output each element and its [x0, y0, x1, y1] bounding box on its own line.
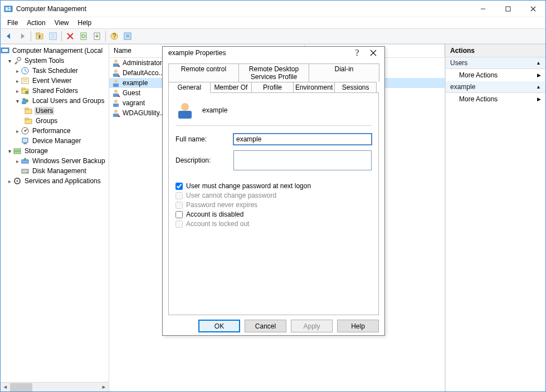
- svg-rect-29: [22, 78, 28, 84]
- scroll-left-button[interactable]: ◄: [1, 383, 10, 391]
- users-groups-icon: [21, 96, 30, 105]
- list-item-label[interactable]: DefaultAcco...: [123, 69, 164, 77]
- collapse-icon: ▲: [536, 60, 541, 66]
- maximize-button[interactable]: [495, 1, 520, 17]
- help-button[interactable]: Help: [337, 320, 379, 332]
- back-button[interactable]: [3, 30, 15, 42]
- svg-point-64: [114, 110, 118, 113]
- apply-button[interactable]: Apply: [291, 320, 333, 332]
- col-name[interactable]: Name: [109, 45, 165, 57]
- expand-toggle[interactable]: [14, 68, 21, 74]
- export-button[interactable]: [91, 30, 103, 42]
- svg-rect-59: [113, 84, 119, 87]
- expand-toggle[interactable]: [6, 148, 13, 154]
- chk-disabled-box[interactable]: [176, 211, 183, 218]
- cancel-button[interactable]: Cancel: [245, 320, 286, 332]
- list-item-label[interactable]: vagrant: [123, 99, 145, 107]
- svg-rect-46: [23, 143, 27, 144]
- props-button[interactable]: [47, 30, 59, 42]
- clock-icon: [21, 66, 30, 75]
- tab-sessions[interactable]: Sessions: [334, 82, 377, 92]
- list-item-label[interactable]: WDAGUtility...: [123, 109, 165, 117]
- svg-point-68: [181, 103, 189, 111]
- tree-services[interactable]: Services and Applications: [23, 177, 102, 185]
- expand-toggle[interactable]: [14, 78, 21, 84]
- list-item-label[interactable]: Guest: [123, 89, 140, 97]
- expand-toggle[interactable]: [14, 88, 21, 94]
- tab-rds-profile[interactable]: Remote Desktop Services Profile: [238, 63, 309, 82]
- svg-rect-45: [22, 138, 28, 143]
- list-item-label[interactable]: example: [123, 79, 148, 87]
- tree-win-backup[interactable]: Windows Server Backup: [31, 157, 106, 165]
- svg-rect-9: [36, 33, 40, 35]
- expand-toggle[interactable]: [6, 178, 13, 184]
- tab-memberof[interactable]: Member Of: [210, 82, 252, 92]
- tree-disk-mgmt[interactable]: Disk Management: [31, 167, 87, 175]
- tree-shared-folders[interactable]: Shared Folders: [31, 87, 79, 95]
- actions-more-users[interactable]: More Actions▶: [446, 69, 545, 81]
- scroll-thumb[interactable]: [10, 383, 32, 391]
- dialog-help-button[interactable]: ?: [350, 48, 364, 58]
- chevron-right-icon: ▶: [537, 72, 541, 78]
- tree[interactable]: Computer Management (Local System Tools …: [1, 45, 109, 382]
- svg-rect-55: [113, 63, 119, 67]
- content-area: Computer Management (Local System Tools …: [1, 44, 545, 391]
- tree-groups[interactable]: Groups: [35, 117, 58, 125]
- collapse-icon: ▲: [536, 84, 541, 90]
- menu-help[interactable]: Help: [74, 18, 96, 28]
- minimize-button[interactable]: [470, 1, 495, 17]
- chk-disabled[interactable]: Account is disabled: [176, 210, 372, 218]
- expand-toggle[interactable]: [14, 128, 21, 134]
- tab-dialin[interactable]: Dial-in: [309, 63, 379, 82]
- svg-point-25: [17, 57, 21, 61]
- fullname-input[interactable]: [233, 134, 372, 145]
- forward-button[interactable]: [16, 30, 28, 42]
- tree-root[interactable]: Computer Management (Local: [11, 47, 104, 55]
- tab-general[interactable]: General: [168, 82, 211, 93]
- chevron-right-icon: ▶: [537, 96, 541, 102]
- tree-performance[interactable]: Performance: [31, 127, 72, 135]
- svg-rect-2: [8, 7, 11, 8]
- up-button[interactable]: [33, 30, 46, 42]
- description-input[interactable]: [233, 150, 372, 170]
- tree-task-scheduler[interactable]: Task Scheduler: [31, 67, 79, 75]
- tree-system-tools[interactable]: System Tools: [23, 57, 65, 65]
- list-item-label[interactable]: Administrator: [123, 59, 162, 67]
- help-contents-button[interactable]: ?: [108, 30, 120, 42]
- description-label: Description:: [176, 156, 233, 164]
- actions-section-example[interactable]: example▲: [446, 81, 545, 93]
- menu-view[interactable]: View: [50, 18, 74, 28]
- user-icon: [111, 68, 120, 77]
- ok-button[interactable]: OK: [198, 320, 240, 332]
- svg-rect-63: [113, 104, 119, 107]
- tree-device-manager[interactable]: Device Manager: [31, 137, 82, 145]
- tab-remote-control[interactable]: Remote control: [168, 63, 239, 82]
- actions-section-users[interactable]: Users▲: [446, 57, 545, 69]
- actions-pane: Actions Users▲ More Actions▶ example▲ Mo…: [445, 45, 545, 391]
- actions-more-example[interactable]: More Actions▶: [446, 93, 545, 105]
- chk-must-change[interactable]: User must change password at next logon: [176, 182, 372, 190]
- chk-must-change-box[interactable]: [176, 183, 183, 190]
- close-button[interactable]: [520, 1, 545, 17]
- menu-action[interactable]: Action: [22, 18, 50, 28]
- tree-local-users[interactable]: Local Users and Groups: [31, 97, 105, 105]
- expand-toggle[interactable]: [6, 58, 13, 64]
- delete-button[interactable]: [64, 30, 76, 42]
- svg-rect-57: [113, 74, 119, 77]
- svg-rect-3: [8, 9, 11, 11]
- menu-file[interactable]: File: [3, 18, 22, 28]
- expand-toggle[interactable]: [14, 158, 21, 164]
- refresh-button[interactable]: [77, 30, 90, 42]
- help-button[interactable]: [121, 30, 134, 42]
- tree-users[interactable]: Users: [35, 107, 54, 115]
- scroll-right-button[interactable]: ►: [99, 383, 109, 391]
- svg-point-34: [25, 91, 28, 94]
- dialog-close-button[interactable]: [364, 47, 382, 59]
- tab-environment[interactable]: Environment: [293, 82, 335, 92]
- tab-profile[interactable]: Profile: [251, 82, 294, 92]
- expand-toggle[interactable]: [14, 98, 21, 104]
- chk-never-expires: Password never expires: [176, 201, 372, 209]
- tree-storage[interactable]: Storage: [23, 147, 49, 155]
- tree-event-viewer[interactable]: Event Viewer: [31, 77, 72, 85]
- horizontal-scrollbar[interactable]: ◄ ►: [1, 382, 109, 391]
